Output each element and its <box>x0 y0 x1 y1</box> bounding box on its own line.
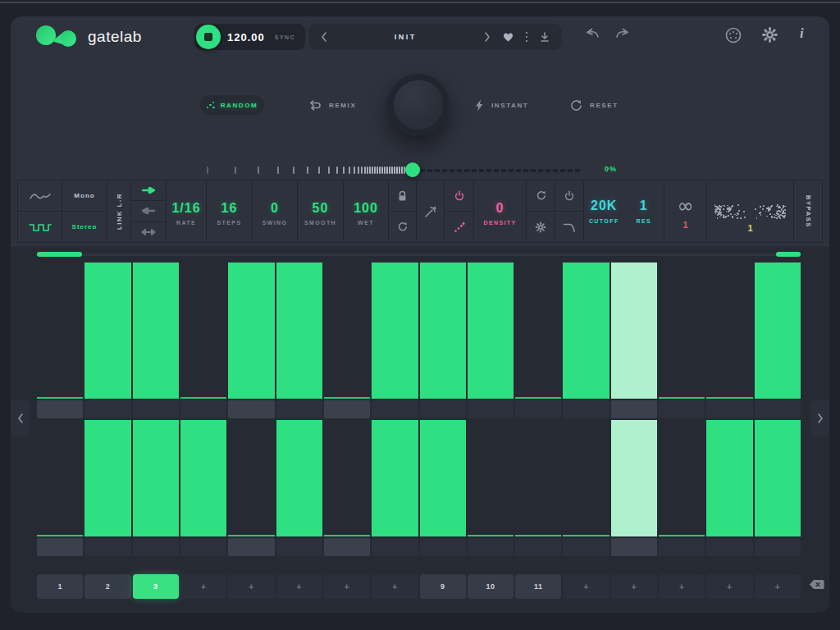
gate-step[interactable] <box>563 420 609 536</box>
square-shape-button[interactable] <box>18 211 62 242</box>
direction-forward-button[interactable] <box>131 180 166 200</box>
smooth-control[interactable]: 50 SMOOTH <box>298 180 344 242</box>
pattern-add-button[interactable]: + <box>180 574 226 599</box>
gate-step[interactable] <box>515 262 561 399</box>
gate-step[interactable] <box>611 262 657 399</box>
gate-step[interactable] <box>324 420 370 536</box>
step-handle[interactable] <box>372 400 418 418</box>
settings-gear-icon[interactable] <box>761 26 778 43</box>
remix-button[interactable]: REMIX <box>308 99 356 111</box>
gate-step[interactable] <box>468 262 514 399</box>
save-download-icon[interactable] <box>539 31 550 43</box>
gate-step[interactable] <box>420 262 466 399</box>
page-next-tab[interactable] <box>810 400 829 436</box>
page-prev-tab[interactable] <box>11 400 30 436</box>
favorite-heart-icon[interactable] <box>502 31 514 43</box>
step-handle[interactable] <box>84 538 130 556</box>
gate-step[interactable] <box>133 262 179 399</box>
gate-step[interactable] <box>659 262 705 399</box>
pattern-add-button[interactable]: + <box>372 574 418 599</box>
step-handle[interactable] <box>563 538 609 556</box>
step-handle[interactable] <box>659 538 705 556</box>
noise-control[interactable]: 1 <box>707 180 794 242</box>
step-handle[interactable] <box>659 400 705 418</box>
cutoff-control[interactable]: 20K CUTOFF <box>584 180 624 242</box>
midi-icon[interactable] <box>724 26 742 44</box>
pattern-button[interactable]: 1 <box>37 574 83 599</box>
step-handle[interactable] <box>468 400 514 418</box>
step-handle[interactable] <box>84 400 130 418</box>
step-handle[interactable] <box>324 538 370 556</box>
gate-step[interactable] <box>180 262 226 399</box>
pattern-add-button[interactable]: + <box>228 574 274 599</box>
redo-icon[interactable] <box>614 28 630 39</box>
preset-menu-icon[interactable] <box>526 32 528 43</box>
pattern-button[interactable]: 2 <box>84 574 130 599</box>
step-handle[interactable] <box>37 538 83 556</box>
filter-cycle-icon[interactable] <box>527 180 555 211</box>
pattern-add-button[interactable]: + <box>755 574 801 599</box>
step-handle[interactable] <box>755 538 801 556</box>
step-handle[interactable] <box>515 400 561 418</box>
gate-step[interactable] <box>324 262 370 399</box>
step-handle[interactable] <box>228 400 274 418</box>
pattern-add-button[interactable]: + <box>659 574 705 599</box>
step-handle[interactable] <box>180 400 226 418</box>
pattern-add-button[interactable]: + <box>563 574 609 599</box>
steps-control[interactable]: 16 STEPS <box>207 180 253 242</box>
step-handle[interactable] <box>180 538 226 556</box>
backspace-delete-icon[interactable] <box>809 579 824 590</box>
gate-step[interactable] <box>37 262 83 399</box>
gate-step[interactable] <box>659 420 705 536</box>
gate-step[interactable] <box>515 420 561 536</box>
preset-name[interactable]: INIT <box>339 33 472 41</box>
pattern-button[interactable]: 11 <box>515 574 561 599</box>
lock-icon[interactable] <box>389 180 416 211</box>
direction-backward-button[interactable] <box>131 200 166 221</box>
step-handle[interactable] <box>611 538 657 556</box>
stereo-button[interactable]: Stereo <box>62 211 107 242</box>
preset-next-button[interactable] <box>484 32 491 42</box>
gate-step[interactable] <box>372 420 418 536</box>
gate-step[interactable] <box>84 420 130 536</box>
gate-step[interactable] <box>228 262 274 399</box>
gate-step[interactable] <box>133 420 179 536</box>
swing-control[interactable]: 0 SWING <box>253 180 298 242</box>
step-handle[interactable] <box>276 400 322 418</box>
bpm-display[interactable]: 120.00 <box>227 31 265 43</box>
density-power-icon[interactable] <box>445 180 473 211</box>
gate-step[interactable] <box>180 420 226 536</box>
undo-icon[interactable] <box>585 28 600 39</box>
pattern-add-button[interactable]: + <box>324 574 370 599</box>
gate-step[interactable] <box>468 420 514 536</box>
info-icon[interactable]: i <box>800 25 804 42</box>
gate-step[interactable] <box>611 420 657 536</box>
pattern-button[interactable]: 10 <box>468 574 514 599</box>
bypass-button[interactable]: BYPASS <box>794 180 823 242</box>
density-control[interactable]: 0 DENSITY <box>474 180 527 242</box>
step-handle[interactable] <box>276 538 322 556</box>
step-handle[interactable] <box>468 538 514 556</box>
sine-shape-button[interactable] <box>18 180 62 211</box>
variation-knob[interactable] <box>387 74 450 136</box>
gate-step[interactable] <box>706 262 752 399</box>
step-handle[interactable] <box>755 400 801 418</box>
step-handle[interactable] <box>324 400 370 418</box>
rate-control[interactable]: 1/16 RATE <box>167 180 207 242</box>
link-lr-button[interactable]: LINK L-R <box>107 180 131 242</box>
gate-step[interactable] <box>372 262 418 399</box>
instant-button[interactable]: INSTANT <box>474 99 528 112</box>
gate-step[interactable] <box>276 262 322 399</box>
filter-gear-icon[interactable] <box>527 211 555 242</box>
catapult-icon[interactable] <box>424 205 437 218</box>
pattern-add-button[interactable]: + <box>611 574 657 599</box>
step-handle[interactable] <box>133 400 179 418</box>
reload-icon[interactable] <box>389 211 416 242</box>
filter-slope-icon[interactable] <box>555 211 583 242</box>
preset-prev-button[interactable] <box>321 32 327 42</box>
pattern-button[interactable]: 3 <box>133 574 179 599</box>
reset-button[interactable]: RESET <box>570 99 619 112</box>
density-dots-icon[interactable] <box>445 211 473 242</box>
gate-step[interactable] <box>563 262 609 399</box>
step-handle[interactable] <box>228 538 274 556</box>
